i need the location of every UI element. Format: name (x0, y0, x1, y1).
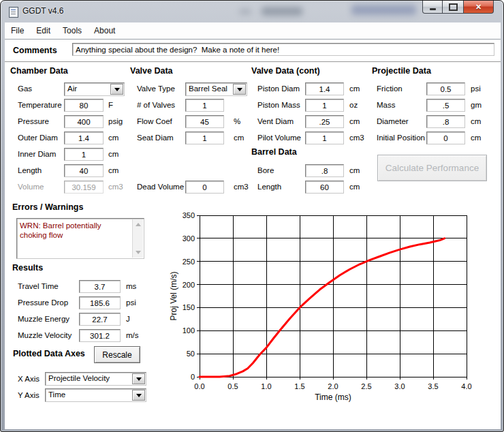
barrel-length-label: Length (257, 183, 281, 191)
svg-text:Time (ms): Time (ms) (315, 392, 351, 402)
y-axis-label: Y Axis (18, 391, 40, 399)
menu-about[interactable]: About (88, 26, 121, 35)
dead-volume-input[interactable] (185, 181, 224, 194)
muzzle-energy-value (79, 313, 121, 326)
volume-input (64, 181, 104, 194)
app-icon (9, 7, 18, 18)
gas-dropdown-button[interactable] (110, 84, 123, 95)
svg-text:1.0: 1.0 (261, 382, 271, 390)
friction-input[interactable] (426, 82, 465, 95)
pilot-volume-input[interactable] (305, 132, 344, 144)
errors-warnings-title: Errors / Warnings (12, 202, 83, 212)
flow-coef-input[interactable] (185, 115, 224, 128)
rescale-button[interactable]: Rescale (94, 346, 140, 363)
y-axis-dropdown-button[interactable] (132, 390, 145, 401)
muzzle-velocity-value (79, 329, 121, 342)
pressure-drop-value (79, 296, 121, 309)
glass-artifact (239, 9, 251, 14)
diameter-label: Diameter (377, 117, 409, 125)
mass-unit: gm (471, 101, 482, 109)
svg-text:50: 50 (187, 350, 195, 358)
svg-text:2.5: 2.5 (361, 382, 371, 390)
menu-edit[interactable]: Edit (30, 26, 57, 35)
travel-time-label: Travel Time (18, 282, 59, 290)
window-title: GGDT v4.6 (22, 6, 63, 16)
vent-diam-label: Vent Diam (257, 117, 294, 125)
errors-warnings-box[interactable]: WRN: Barrel potentially choking flow (16, 218, 144, 259)
close-button[interactable]: ✕ (463, 1, 494, 14)
mass-input[interactable] (426, 99, 465, 112)
gas-dropdown[interactable]: Air (64, 82, 125, 96)
results-title: Results (12, 263, 43, 273)
dead-volume-label: Dead Volume (137, 183, 184, 191)
inner-diam-unit: cm (108, 150, 119, 158)
gas-value: Air (65, 83, 110, 95)
bore-unit: cm (349, 166, 360, 174)
pressure-unit: psig (108, 117, 123, 125)
y-axis-dropdown[interactable]: Time (45, 388, 146, 402)
title-bar[interactable]: GGDT v4.6 ✕ (1, 1, 503, 22)
arrow-down-icon (136, 251, 141, 257)
caption-buttons: ✕ (422, 1, 494, 14)
chamber-length-unit: cm (108, 166, 119, 174)
seat-diam-label: Seat Diam (137, 134, 174, 142)
valve-data-title: Valve Data (130, 66, 173, 76)
chevron-down-icon (136, 377, 142, 384)
svg-text:3.5: 3.5 (428, 382, 438, 390)
initial-position-input[interactable] (426, 132, 465, 144)
svg-text:4.0: 4.0 (461, 382, 471, 390)
travel-time-unit: ms (126, 282, 136, 290)
piston-diam-unit: cm (349, 84, 360, 93)
barrel-length-input[interactable] (305, 181, 344, 194)
menu-tools[interactable]: Tools (57, 26, 88, 35)
outer-diam-input[interactable] (64, 132, 104, 144)
inner-diam-input[interactable] (64, 148, 104, 161)
temperature-label: Temperature (18, 101, 62, 109)
projectile-data-title: Projectile Data (372, 66, 431, 76)
valve-type-dropdown-button[interactable] (233, 84, 246, 95)
errors-scrollbar[interactable] (132, 219, 143, 258)
maximize-button[interactable] (443, 1, 463, 14)
bore-label: Bore (257, 166, 274, 174)
piston-mass-input[interactable] (305, 99, 344, 112)
muzzle-velocity-label: Muzzle Velocity (18, 331, 72, 339)
divider (5, 61, 501, 63)
scroll-up-button[interactable] (133, 219, 143, 229)
valve-type-value: Barrel Seal (186, 83, 232, 95)
comments-input[interactable] (72, 43, 494, 56)
vent-diam-input[interactable] (305, 115, 344, 128)
x-axis-dropdown-button[interactable] (132, 373, 145, 384)
outer-diam-label: Outer Diam (18, 134, 58, 142)
x-axis-dropdown[interactable]: Projectile Velocity (45, 372, 146, 386)
temperature-input[interactable] (64, 99, 104, 112)
flow-coef-unit: % (234, 117, 240, 125)
seat-diam-input[interactable] (185, 132, 224, 144)
pilot-volume-label: Pilot Volume (257, 134, 301, 142)
pressure-drop-unit: psi (126, 298, 136, 307)
minimize-button[interactable] (422, 1, 443, 14)
initial-position-unit: cm (471, 134, 481, 142)
calculate-performance-button[interactable]: Calculate Performance (377, 155, 487, 181)
chamber-length-input[interactable] (64, 164, 104, 177)
svg-text:250: 250 (183, 258, 195, 266)
minimize-icon (430, 8, 436, 10)
mass-label: Mass (377, 101, 395, 109)
diameter-input[interactable] (426, 115, 465, 128)
gas-label: Gas (18, 84, 32, 93)
muzzle-energy-label: Muzzle Energy (18, 315, 69, 323)
num-valves-label: # of Valves (137, 101, 175, 109)
scroll-down-button[interactable] (133, 248, 143, 258)
valve-type-dropdown[interactable]: Barrel Seal (185, 82, 247, 96)
piston-diam-input[interactable] (305, 82, 344, 95)
svg-text:0.0: 0.0 (194, 382, 204, 390)
menu-file[interactable]: File (5, 26, 30, 35)
pressure-input[interactable] (64, 115, 104, 128)
seat-diam-unit: cm (234, 134, 244, 142)
velocity-chart: 0.00.51.01.52.02.53.03.54.00501001502002… (168, 206, 501, 417)
valve-type-label: Valve Type (137, 84, 175, 93)
num-valves-input[interactable] (185, 99, 224, 112)
muzzle-energy-unit: J (126, 315, 130, 323)
bore-input[interactable] (305, 164, 344, 177)
piston-mass-unit: oz (349, 101, 358, 109)
diameter-unit: cm (471, 117, 481, 125)
